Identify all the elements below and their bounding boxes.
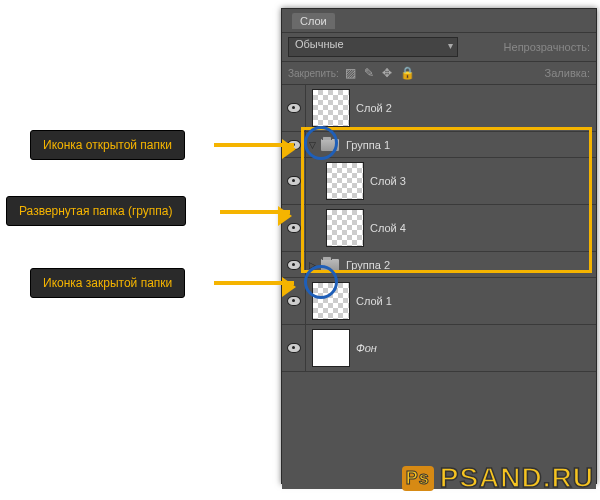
folder-icon: [320, 138, 340, 152]
lock-move-icon[interactable]: ✥: [382, 66, 392, 80]
layer-row[interactable]: Слой 3: [282, 158, 596, 205]
visibility-toggle[interactable]: [282, 205, 306, 251]
fill-label: Заливка:: [545, 67, 590, 79]
layer-name[interactable]: Группа 1: [346, 139, 596, 151]
eye-icon: [287, 296, 301, 306]
visibility-toggle[interactable]: [282, 158, 306, 204]
eye-icon: [287, 140, 301, 150]
layer-thumbnail[interactable]: [312, 282, 350, 320]
blend-mode-value: Обычные: [295, 38, 344, 50]
lock-all-icon[interactable]: 🔒: [400, 66, 415, 80]
eye-icon: [287, 260, 301, 270]
lock-brush-icon[interactable]: ✎: [364, 66, 374, 80]
layer-row[interactable]: Слой 2: [282, 85, 596, 132]
annotation-closed-folder: Иконка закрытой папки: [30, 268, 185, 298]
layers-panel: Слои Обычные Непрозрачность: Закрепить: …: [281, 8, 597, 484]
lock-pixels-icon[interactable]: ▨: [345, 66, 356, 80]
layer-row[interactable]: Фон: [282, 325, 596, 372]
visibility-toggle[interactable]: [282, 132, 306, 157]
layer-thumbnail[interactable]: [326, 209, 364, 247]
lock-icons: ▨ ✎ ✥ 🔒: [345, 66, 415, 80]
panel-tab-bar: Слои: [282, 9, 596, 33]
disclosure-closed-icon[interactable]: ▷: [306, 260, 318, 270]
lock-label: Закрепить:: [288, 68, 339, 79]
disclosure-open-icon[interactable]: ▽: [306, 140, 318, 150]
panel-title[interactable]: Слои: [292, 13, 335, 29]
layer-name[interactable]: Группа 2: [346, 259, 596, 271]
blend-mode-select[interactable]: Обычные: [288, 37, 458, 57]
opacity-label: Непрозрачность:: [504, 41, 590, 53]
layer-name[interactable]: Слой 1: [356, 295, 596, 307]
layer-group-row[interactable]: ▽Группа 1: [282, 132, 596, 158]
layer-row[interactable]: Слой 4: [282, 205, 596, 252]
layer-group-row[interactable]: ▷Группа 2: [282, 252, 596, 278]
annotation-open-folder: Иконка открытой папки: [30, 130, 185, 160]
folder-icon: [320, 258, 340, 272]
eye-icon: [287, 223, 301, 233]
layer-name[interactable]: Слой 2: [356, 102, 596, 114]
layer-row[interactable]: Слой 1: [282, 278, 596, 325]
layer-name[interactable]: Слой 3: [370, 175, 596, 187]
layer-thumbnail[interactable]: [326, 162, 364, 200]
layer-thumbnail[interactable]: [312, 89, 350, 127]
eye-icon: [287, 103, 301, 113]
watermark-text: PSAND.RU: [440, 462, 594, 494]
eye-icon: [287, 176, 301, 186]
visibility-toggle[interactable]: [282, 85, 306, 131]
panel-lockbar: Закрепить: ▨ ✎ ✥ 🔒 Заливка:: [282, 62, 596, 85]
layers-list[interactable]: Слой 2▽Группа 1Слой 3Слой 4▷Группа 2Слой…: [282, 85, 596, 489]
watermark-badge: Ps: [402, 466, 434, 491]
panel-topbar: Обычные Непрозрачность:: [282, 33, 596, 62]
eye-icon: [287, 343, 301, 353]
visibility-toggle[interactable]: [282, 252, 306, 277]
layer-name[interactable]: Фон: [356, 342, 596, 354]
watermark: Ps PSAND.RU: [402, 462, 594, 494]
arrow-expanded-group: [220, 210, 290, 214]
annotation-expanded-group: Развернутая папка (группа): [6, 196, 186, 226]
layer-name[interactable]: Слой 4: [370, 222, 596, 234]
visibility-toggle[interactable]: [282, 325, 306, 371]
visibility-toggle[interactable]: [282, 278, 306, 324]
layer-thumbnail[interactable]: [312, 329, 350, 367]
